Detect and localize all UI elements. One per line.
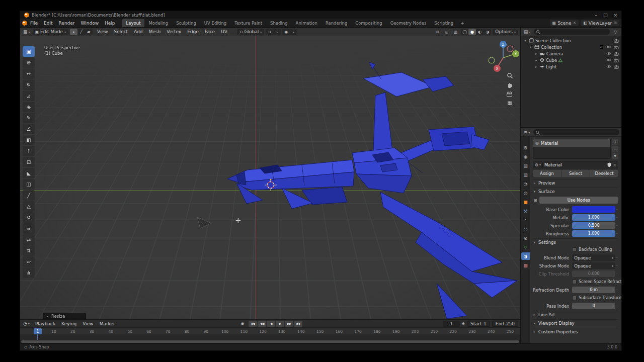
show-overlays-toggle[interactable]: ◎ [443,29,450,35]
properties-tab-view-layer[interactable]: ▥ [521,171,530,178]
use-nodes-button[interactable]: Use Nodes [539,197,618,204]
shrink-fatten-tool[interactable]: ⇅ [23,245,35,256]
unlink-scene-icon[interactable]: × [573,21,577,25]
xray-toggle[interactable]: ▥ [452,29,459,35]
properties-tab-modifiers[interactable]: ⚒ [521,207,530,215]
visibility-eye-icon[interactable] [606,65,611,68]
maximize-button[interactable]: □ [603,13,608,18]
material-datablock-field[interactable]: ◍▾ Material × [533,161,618,168]
subsurface-translucency-checkbox[interactable] [572,296,577,300]
properties-search-input[interactable] [533,129,619,135]
workspace-tab-shading[interactable]: Shading [266,19,292,27]
jump-to-start-button[interactable]: ▮◀ [249,321,257,327]
render-visibility-icon[interactable] [614,52,619,56]
specular-slider[interactable]: 0.500 [572,222,615,229]
3d-viewport[interactable]: + User Perspective (1) Cube ▣⊕↔↻⊿◈✎∠◧↑⊡◣… [20,36,520,319]
add-workspace-button[interactable]: + [457,21,467,26]
properties-tab-particles[interactable]: ∴ [521,216,530,224]
base-color-swatch[interactable] [572,206,615,213]
measure-tool[interactable]: ∠ [23,124,35,134]
keyframe-dot-icon[interactable]: · [615,272,618,277]
select-box-tool[interactable]: ▣ [23,46,35,57]
smooth-tool[interactable]: ≈ [23,223,35,234]
filter-icon[interactable]: ▽ [612,29,619,35]
add-cube-tool[interactable]: ◧ [23,135,35,145]
properties-tab-physics[interactable]: ◌ [521,225,530,233]
topbar-menu-help[interactable]: Help [102,19,118,27]
zoom-icon[interactable] [507,72,513,79]
keyframe-dot-icon[interactable]: · [615,223,618,228]
deselect-button[interactable]: Deselect [590,170,618,177]
viewport-menu-add[interactable]: Add [131,28,145,36]
timeline-track[interactable] [20,334,520,340]
refraction-depth-slider[interactable]: 0 m [572,287,615,293]
render-visibility-icon[interactable] [614,45,619,49]
mode-selector[interactable]: ▣ Edit Mode ▾ [33,29,68,35]
render-visibility-icon[interactable] [614,39,619,43]
metallic-slider[interactable]: 1.000 [572,214,615,221]
visibility-eye-icon[interactable] [606,52,611,55]
add-material-slot-button[interactable]: + [612,139,618,145]
operator-panel-resize[interactable]: ▸ Resize [43,313,86,319]
jump-to-end-button[interactable]: ▶▮ [294,321,302,327]
frame-start-field[interactable]: Start 1 [467,321,490,327]
transform-orientation-selector[interactable]: ⊙ Global ▾ [237,29,264,35]
outliner-item-scene-collection[interactable]: ▾Scene Collection [521,37,621,44]
previous-keyframe-button[interactable]: ◀◀ [258,321,266,327]
keyframe-dot-icon[interactable]: · [615,263,618,268]
scrollbar-thumb[interactable] [21,340,519,343]
outliner-item-collection[interactable]: ▾Collection✓ [521,44,621,50]
auto-keying-toggle[interactable]: ◉ [238,321,247,327]
material-slot-list[interactable]: ◍ Material [533,139,611,159]
outliner-search-input[interactable] [534,29,610,35]
visibility-eye-icon[interactable] [606,45,611,49]
viewport-menu-select[interactable]: Select [111,28,131,36]
topbar-menu-file[interactable]: File [27,19,41,27]
assign-button[interactable]: Assign [533,170,561,177]
inset-faces-tool[interactable]: ⊡ [23,157,35,167]
select-button[interactable]: Select [561,170,590,177]
workspace-tab-compositing[interactable]: Compositing [351,19,386,27]
viewlayer-selector[interactable]: ◧ ViewLayer ⊞ [581,20,619,26]
topbar-menu-window[interactable]: Window [78,19,102,27]
timeline-scrollbar[interactable] [20,340,520,343]
play-button[interactable]: ▶ [276,321,284,327]
viewport-menu-edge[interactable]: Edge [184,28,202,36]
panel-viewport-display[interactable]: ▸ Viewport Display [533,319,618,327]
topbar-menu-edit[interactable]: Edit [41,19,55,27]
navigation-gizmo[interactable]: Z Y X [485,39,520,76]
workspace-tab-scripting[interactable]: Scripting [430,19,457,27]
spin-tool[interactable]: ↺ [23,212,35,223]
blend-mode-dropdown[interactable]: Opaque▾ [572,254,615,261]
wireframe-shading-button[interactable]: ◯ [461,29,468,35]
snap-magnet-toggle[interactable]: ∪ [266,29,273,35]
timeline-ruler[interactable]: 1020304050607080901001101201301401501601… [20,327,520,334]
properties-tab-tool[interactable]: ⚙ [521,144,530,151]
keyframe-dot-icon[interactable]: · [615,207,618,212]
outliner-item-camera[interactable]: ▸Camera [521,50,621,57]
close-button[interactable]: × [613,13,617,18]
material-name-field[interactable]: Material [544,162,606,167]
loop-cut-tool[interactable]: ◫ [23,179,35,190]
viewport-menu-mesh[interactable]: Mesh [145,28,164,36]
next-keyframe-button[interactable]: ▶▶ [285,321,293,327]
timeline-menu-view[interactable]: View [79,320,96,327]
play-reverse-button[interactable]: ◀ [267,321,275,327]
spaceship-mesh[interactable] [20,36,520,319]
keyframe-dot-icon[interactable]: · [615,304,618,309]
remove-material-slot-button[interactable]: − [612,146,618,152]
face-select-mode-button[interactable]: ▰ [85,29,93,35]
roughness-slider[interactable]: 1.000 [572,230,615,237]
snap-settings-dropdown[interactable]: ▾ [273,29,281,35]
collapse-icon[interactable]: ▾ [523,39,527,43]
rendered-shading-button[interactable]: ◑ [484,29,491,35]
workspace-tab-texture-paint[interactable]: Texture Paint [230,19,266,27]
properties-tab-object[interactable]: ■ [521,198,530,206]
annotate-tool[interactable]: ✎ [23,113,35,123]
scale-tool[interactable]: ⊿ [23,90,35,101]
axis-x-negative-handle[interactable] [507,46,513,52]
viewport-menu-face[interactable]: Face [202,28,218,36]
fake-user-shield-icon[interactable] [607,162,611,167]
workspace-tab-uv-editing[interactable]: UV Editing [200,19,230,27]
topbar-menu-render[interactable]: Render [56,19,78,27]
